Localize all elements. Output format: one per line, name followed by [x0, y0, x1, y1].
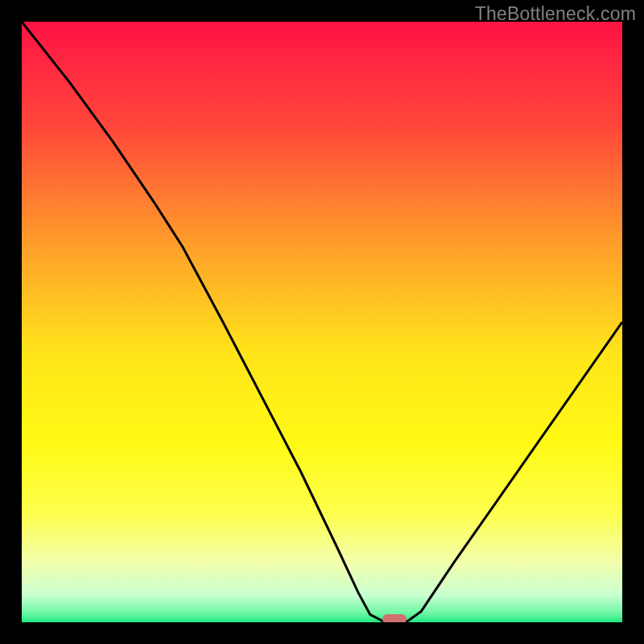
watermark-text: TheBottleneck.com — [475, 3, 636, 25]
plot-area — [22, 22, 622, 622]
bottleneck-curve — [22, 22, 622, 622]
optimal-marker — [382, 614, 407, 622]
